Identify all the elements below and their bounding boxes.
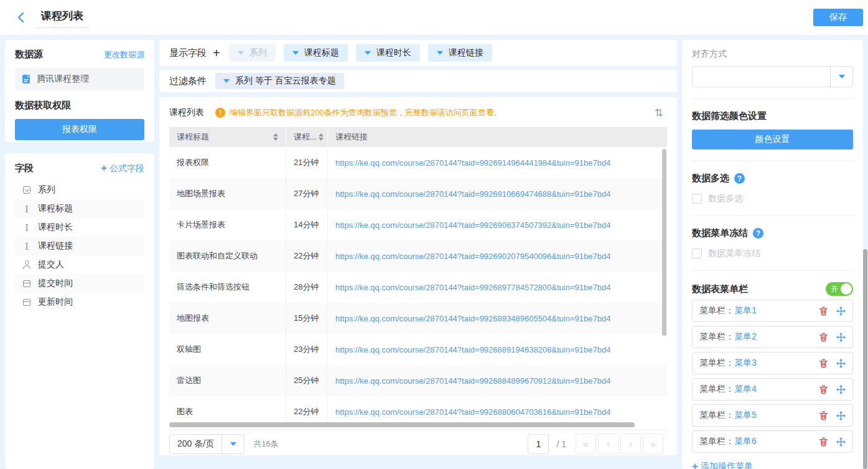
column-header-duration[interactable]: 课程...: [286, 127, 328, 147]
course-link[interactable]: https://ke.qq.com/course/2870144?taid=99…: [335, 252, 610, 261]
datasource-item[interactable]: 腾讯课程整理: [15, 68, 144, 90]
field-item[interactable]: 课程时长: [15, 218, 144, 237]
menu-item-name[interactable]: 菜单1: [734, 305, 757, 316]
sort-carets-icon[interactable]: [319, 133, 324, 141]
menu-item[interactable]: 菜单栏： 菜单6: [692, 430, 853, 453]
course-link[interactable]: https://ke.qq.com/course/2870144?taid=99…: [335, 220, 610, 230]
add-display-field-icon[interactable]: +: [213, 47, 220, 59]
sort-carets-icon[interactable]: [273, 133, 278, 141]
field-label: 系列: [38, 184, 55, 196]
trash-icon[interactable]: [819, 306, 828, 316]
menu-item[interactable]: 菜单栏： 菜单3: [692, 352, 853, 374]
trash-icon[interactable]: [819, 385, 828, 394]
move-icon[interactable]: [836, 385, 846, 394]
menu-item-name[interactable]: 菜单3: [734, 358, 757, 369]
formula-field-link[interactable]: +公式字段: [101, 162, 144, 174]
table-rows: 报表权限 21分钟 https://ke.qq.com/course/28701…: [169, 147, 667, 421]
page-size-value: 200 条/页: [170, 435, 222, 453]
table-row: 地图报表 15分钟 https://ke.qq.com/course/28701…: [169, 303, 667, 334]
cell-course-link: https://ke.qq.com/course/2870144?taid=99…: [328, 334, 667, 365]
cell-course-link: https://ke.qq.com/course/2870144?taid=99…: [328, 209, 667, 240]
cell-course-title: 图表联动和自定义联动: [169, 240, 286, 272]
save-button[interactable]: 保存: [813, 9, 863, 26]
display-field-tag[interactable]: 课程标题: [284, 44, 348, 62]
fields-heading: 字段: [15, 163, 34, 174]
menu-item[interactable]: 菜单栏： 菜单5: [692, 404, 853, 427]
toggle-on-label: 开: [831, 284, 838, 295]
page-scrollbar[interactable]: [863, 249, 867, 469]
trash-icon[interactable]: [819, 333, 828, 342]
column-header-link: 课程链接: [328, 127, 667, 147]
cell-course-link: https://ke.qq.com/course/2870144?taid=99…: [328, 240, 667, 272]
add-menu-link[interactable]: + 添加操作菜单: [692, 460, 853, 469]
move-icon[interactable]: [836, 333, 846, 342]
align-select[interactable]: [692, 66, 853, 87]
tag-label: 课程链接: [449, 47, 483, 59]
menu-item[interactable]: 菜单栏： 菜单2: [692, 326, 853, 348]
menu-item-prefix: 菜单栏：: [699, 305, 734, 316]
move-icon[interactable]: [836, 359, 846, 368]
menu-item-name[interactable]: 菜单2: [734, 331, 757, 343]
menu-item[interactable]: 菜单栏： 菜单4: [692, 378, 853, 400]
pager-button[interactable]: «: [576, 433, 596, 454]
color-settings-button[interactable]: 颜色设置: [692, 130, 853, 149]
field-item[interactable]: 课程标题: [15, 199, 144, 218]
multi-select-label: 数据多选: [708, 193, 743, 204]
field-item[interactable]: 提交人: [15, 255, 144, 274]
display-field-tag[interactable]: 课程时长: [356, 44, 420, 62]
back-icon[interactable]: [14, 10, 29, 25]
filter-condition-tag[interactable]: 系列 等于 百宝云报表专题: [215, 73, 344, 89]
sort-reorder-icon[interactable]: ⇅: [655, 107, 667, 120]
course-link[interactable]: https://ke.qq.com/course/2870144?taid=99…: [335, 283, 610, 292]
help-icon[interactable]: ?: [753, 228, 763, 239]
change-datasource-link[interactable]: 更改数据源: [104, 49, 144, 60]
field-item[interactable]: 课程链接: [15, 237, 144, 255]
table-horizontal-scrollbar: [169, 422, 667, 427]
menu-toggle[interactable]: 开: [826, 282, 853, 296]
table-vertical-scrollbar[interactable]: [662, 149, 666, 336]
course-link[interactable]: https://ke.qq.com/course/2870144?taid=99…: [335, 189, 610, 199]
table-row: 筛选条件和筛选按钮 28分钟 https://ke.qq.com/course/…: [169, 272, 667, 303]
field-type-icon: [22, 298, 31, 306]
trash-icon[interactable]: [819, 359, 828, 368]
course-link[interactable]: https://ke.qq.com/course/2870144?taid=99…: [335, 158, 610, 168]
menu-item-name[interactable]: 菜单6: [734, 436, 757, 447]
datasource-name: 腾讯课程整理: [37, 73, 89, 85]
column-header-title[interactable]: 课程标题: [169, 127, 286, 147]
pager-button[interactable]: ‹: [598, 433, 618, 454]
filter-card: 过滤条件 系列 等于 百宝云报表专题: [159, 70, 677, 92]
field-item[interactable]: 更新时间: [15, 293, 144, 311]
move-icon[interactable]: [836, 306, 846, 316]
multi-select-checkbox[interactable]: [692, 194, 702, 204]
course-link[interactable]: https://ke.qq.com/course/2870144?taid=99…: [335, 407, 610, 417]
horizontal-scrollbar-thumb[interactable]: [169, 422, 635, 427]
field-item[interactable]: 系列: [15, 181, 144, 199]
freeze-checkbox[interactable]: [692, 249, 702, 258]
page-title: 课程列表: [36, 7, 88, 28]
display-field-tag[interactable]: 系列: [229, 44, 276, 62]
menu-item-name[interactable]: 菜单5: [734, 410, 757, 421]
help-icon[interactable]: ?: [734, 173, 745, 184]
cell-course-duration: 28分钟: [286, 272, 328, 303]
display-field-tag[interactable]: 课程链接: [428, 44, 492, 62]
page-size-select[interactable]: 200 条/页: [169, 434, 245, 454]
trash-icon[interactable]: [819, 437, 828, 447]
menu-item[interactable]: 菜单栏： 菜单1: [692, 300, 853, 322]
cell-course-link: https://ke.qq.com/course/2870144?taid=99…: [328, 178, 667, 209]
field-type-icon: [22, 242, 31, 250]
pager-button[interactable]: »: [643, 433, 663, 454]
multi-select-heading: 数据多选: [692, 173, 729, 184]
report-permission-button[interactable]: 报表权限: [15, 119, 144, 140]
page-number-input[interactable]: 1: [528, 434, 549, 454]
move-icon[interactable]: [836, 437, 846, 447]
course-link[interactable]: https://ke.qq.com/course/2870144?taid=99…: [335, 376, 610, 386]
field-item[interactable]: 提交时间: [15, 274, 144, 293]
chevron-down-icon: [292, 51, 299, 55]
course-link[interactable]: https://ke.qq.com/course/2870144?taid=99…: [335, 345, 610, 354]
course-link[interactable]: https://ke.qq.com/course/2870144?taid=99…: [335, 314, 610, 323]
table-row: 卡片场景报表 14分钟 https://ke.qq.com/course/287…: [169, 209, 667, 240]
pager-button[interactable]: ›: [620, 433, 641, 454]
trash-icon[interactable]: [819, 411, 828, 420]
move-icon[interactable]: [836, 411, 846, 420]
menu-item-name[interactable]: 菜单4: [734, 384, 757, 395]
